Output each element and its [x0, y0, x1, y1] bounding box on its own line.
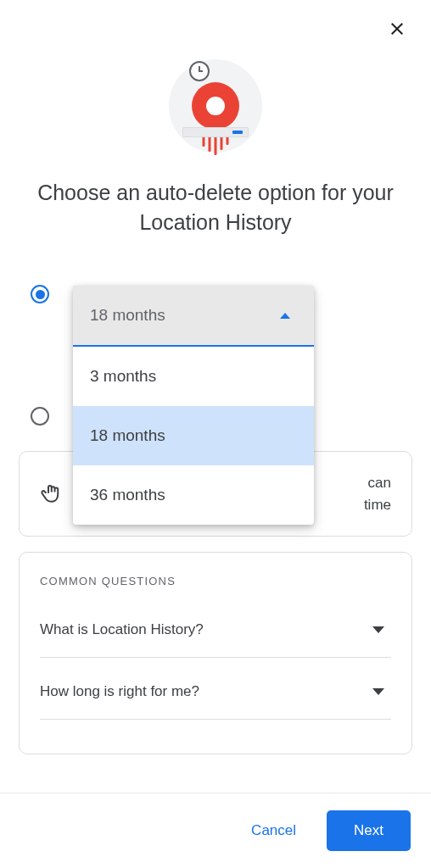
question-text: How long is right for me? — [40, 683, 199, 700]
clock-icon — [189, 61, 210, 81]
question-how-long[interactable]: How long is right for me? — [40, 683, 391, 720]
radio-selected-icon — [31, 285, 49, 303]
dropdown-selected-label: 18 months — [90, 306, 165, 325]
shredder-icon — [182, 127, 249, 137]
dropdown-option-36-months[interactable]: 36 months — [73, 465, 314, 525]
duration-dropdown[interactable]: 18 months 3 months 18 months 36 months — [73, 286, 314, 525]
location-pin-icon — [192, 82, 239, 130]
common-questions-card: COMMON QUESTIONS What is Location Histor… — [19, 552, 412, 754]
hand-pointer-icon — [40, 481, 65, 507]
question-location-history[interactable]: What is Location History? — [40, 621, 391, 658]
page-title: Choose an auto-delete option for your Lo… — [34, 178, 397, 237]
header-illustration — [169, 59, 262, 153]
question-text: What is Location History? — [40, 621, 204, 638]
dropdown-option-18-months[interactable]: 18 months — [73, 406, 314, 465]
close-icon — [387, 19, 407, 39]
next-button[interactable]: Next — [327, 810, 411, 851]
shred-lines — [203, 135, 229, 155]
chevron-up-icon — [280, 313, 290, 319]
radio-unselected-icon — [31, 407, 49, 426]
chevron-down-icon — [372, 688, 384, 695]
cancel-button[interactable]: Cancel — [236, 812, 311, 849]
close-button[interactable] — [387, 19, 407, 39]
dropdown-selected-value[interactable]: 18 months — [73, 286, 314, 347]
footer-actions: Cancel Next — [0, 793, 431, 868]
chevron-down-icon — [372, 626, 384, 633]
common-questions-heading: COMMON QUESTIONS — [40, 575, 391, 587]
dropdown-option-3-months[interactable]: 3 months — [73, 347, 314, 406]
